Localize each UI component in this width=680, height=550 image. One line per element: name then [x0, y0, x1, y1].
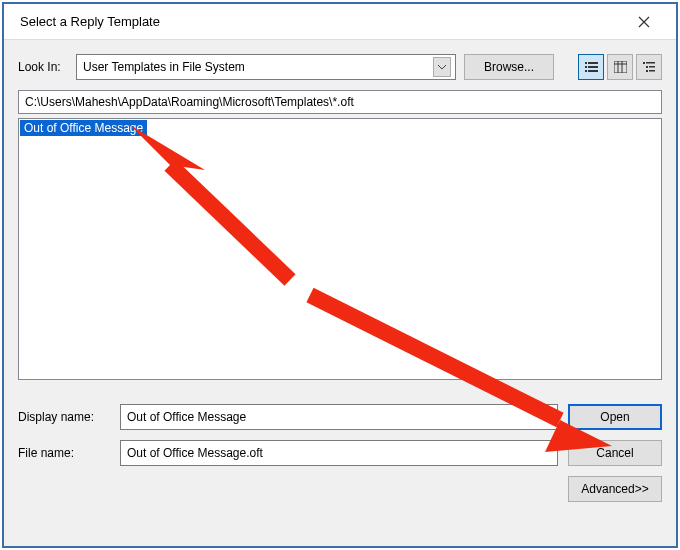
file-name-input[interactable]	[120, 440, 558, 466]
svg-rect-0	[585, 62, 587, 64]
svg-rect-4	[585, 70, 587, 72]
advanced-button[interactable]: Advanced>>	[568, 476, 662, 502]
dialog-body: Look In: User Templates in File System B…	[4, 40, 676, 512]
lookin-label: Look In:	[18, 60, 68, 74]
svg-rect-11	[646, 62, 655, 64]
file-name-label: File name:	[18, 446, 110, 460]
list-view-icon	[585, 61, 598, 73]
dialog-title: Select a Reply Template	[20, 14, 160, 29]
view-list-button[interactable]	[578, 54, 604, 80]
lookin-value: User Templates in File System	[83, 60, 245, 74]
path-text: C:\Users\Mahesh\AppData\Roaming\Microsof…	[25, 95, 354, 109]
close-button[interactable]	[624, 8, 664, 36]
svg-rect-6	[614, 61, 627, 73]
tree-view-icon	[643, 61, 656, 73]
bottom-panel: Display name: Open File name: Cancel Adv…	[18, 404, 662, 502]
display-name-label: Display name:	[18, 410, 110, 424]
open-button[interactable]: Open	[568, 404, 662, 430]
browse-button[interactable]: Browse...	[464, 54, 554, 80]
svg-rect-12	[646, 66, 648, 68]
svg-rect-10	[643, 62, 645, 64]
svg-rect-15	[649, 70, 655, 72]
chevron-down-icon	[433, 57, 451, 77]
dialog-window: Select a Reply Template Look In: User Te…	[2, 2, 678, 548]
svg-rect-5	[588, 70, 598, 72]
svg-rect-1	[588, 62, 598, 64]
file-item-selected[interactable]: Out of Office Message	[20, 120, 147, 136]
svg-rect-3	[588, 66, 598, 68]
lookin-dropdown[interactable]: User Templates in File System	[76, 54, 456, 80]
display-name-input[interactable]	[120, 404, 558, 430]
lookin-row: Look In: User Templates in File System B…	[18, 54, 662, 80]
close-icon	[638, 16, 650, 28]
path-display[interactable]: C:\Users\Mahesh\AppData\Roaming\Microsof…	[18, 90, 662, 114]
svg-rect-2	[585, 66, 587, 68]
svg-rect-14	[646, 70, 648, 72]
view-details-button[interactable]	[607, 54, 633, 80]
details-view-icon	[614, 61, 627, 73]
svg-rect-13	[649, 66, 655, 68]
titlebar: Select a Reply Template	[4, 4, 676, 40]
view-tree-button[interactable]	[636, 54, 662, 80]
cancel-button[interactable]: Cancel	[568, 440, 662, 466]
view-mode-buttons	[578, 54, 662, 80]
file-list[interactable]: Out of Office Message	[18, 118, 662, 380]
